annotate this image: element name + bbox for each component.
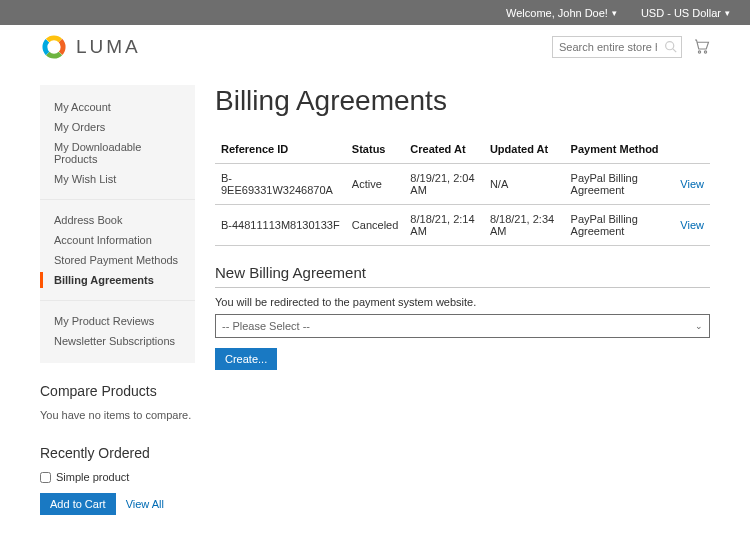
search-icon[interactable] [664, 40, 677, 56]
cell-ref: B-9EE69331W3246870A [215, 164, 346, 205]
nav-billing-agreements[interactable]: Billing Agreements [54, 270, 181, 290]
table-row: B-9EE69331W3246870A Active 8/19/21, 2:04… [215, 164, 710, 205]
svg-point-7 [704, 50, 706, 52]
add-to-cart-button[interactable]: Add to Cart [40, 493, 116, 515]
logo-text: LUMA [76, 36, 141, 58]
compare-title: Compare Products [40, 383, 195, 399]
nav-wish-list[interactable]: My Wish List [54, 169, 181, 189]
create-button[interactable]: Create... [215, 348, 277, 370]
cell-ref: B-44811113M8130133F [215, 205, 346, 246]
payment-method-select[interactable]: -- Please Select -- ⌄ [215, 314, 710, 338]
cell-status: Active [346, 164, 404, 205]
main-content: Billing Agreements Reference ID Status C… [215, 85, 710, 370]
nav-stored-payment[interactable]: Stored Payment Methods [54, 250, 181, 270]
cell-method: PayPal Billing Agreement [565, 164, 675, 205]
nav-my-orders[interactable]: My Orders [54, 117, 181, 137]
nav-product-reviews[interactable]: My Product Reviews [54, 311, 181, 331]
top-bar: Welcome, John Doe!▾ USD - US Dollar▾ [0, 0, 750, 25]
welcome-dropdown[interactable]: Welcome, John Doe!▾ [494, 7, 617, 19]
header: LUMA [0, 25, 750, 75]
reorder-item[interactable]: Simple product [40, 471, 195, 483]
new-agreement-title: New Billing Agreement [215, 264, 710, 288]
chevron-down-icon: ⌄ [695, 321, 703, 331]
svg-line-5 [673, 49, 676, 52]
cell-created: 8/18/21, 2:14 AM [404, 205, 484, 246]
compare-empty-text: You have no items to compare. [40, 409, 195, 421]
reorder-title: Recently Ordered [40, 445, 195, 461]
cell-updated: N/A [484, 164, 565, 205]
nav-my-account[interactable]: My Account [54, 97, 181, 117]
reorder-item-label: Simple product [56, 471, 129, 483]
billing-agreements-table: Reference ID Status Created At Updated A… [215, 135, 710, 246]
chevron-down-icon: ▾ [612, 8, 617, 18]
chevron-down-icon: ▾ [725, 8, 730, 18]
search-input[interactable] [552, 36, 682, 58]
cell-method: PayPal Billing Agreement [565, 205, 675, 246]
svg-point-4 [666, 42, 674, 50]
cart-icon[interactable] [692, 37, 710, 58]
cell-status: Canceled [346, 205, 404, 246]
cell-updated: 8/18/21, 2:34 AM [484, 205, 565, 246]
th-updated: Updated At [484, 135, 565, 164]
nav-address-book[interactable]: Address Book [54, 210, 181, 230]
th-ref: Reference ID [215, 135, 346, 164]
view-link[interactable]: View [680, 219, 704, 231]
page-title: Billing Agreements [215, 85, 710, 117]
th-created: Created At [404, 135, 484, 164]
table-row: B-44811113M8130133F Canceled 8/18/21, 2:… [215, 205, 710, 246]
th-status: Status [346, 135, 404, 164]
currency-text: USD - US Dollar [641, 7, 721, 19]
welcome-text: Welcome, John Doe! [506, 7, 608, 19]
svg-point-6 [698, 50, 700, 52]
currency-dropdown[interactable]: USD - US Dollar▾ [629, 7, 730, 19]
compare-products-block: Compare Products You have no items to co… [40, 383, 195, 421]
recently-ordered-block: Recently Ordered Simple product Add to C… [40, 445, 195, 515]
th-method: Payment Method [565, 135, 675, 164]
sidebar: My Account My Orders My Downloadable Pro… [40, 85, 195, 535]
view-all-link[interactable]: View All [126, 498, 164, 510]
th-action [674, 135, 710, 164]
logo[interactable]: LUMA [40, 33, 141, 61]
account-nav: My Account My Orders My Downloadable Pro… [40, 85, 195, 363]
reorder-checkbox[interactable] [40, 472, 51, 483]
nav-account-info[interactable]: Account Information [54, 230, 181, 250]
search-box [552, 36, 682, 58]
select-placeholder: -- Please Select -- [222, 320, 310, 332]
redirect-note: You will be redirected to the payment sy… [215, 296, 710, 308]
logo-icon [40, 33, 68, 61]
nav-newsletter[interactable]: Newsletter Subscriptions [54, 331, 181, 351]
view-link[interactable]: View [680, 178, 704, 190]
cell-created: 8/19/21, 2:04 AM [404, 164, 484, 205]
nav-downloadable[interactable]: My Downloadable Products [54, 137, 181, 169]
